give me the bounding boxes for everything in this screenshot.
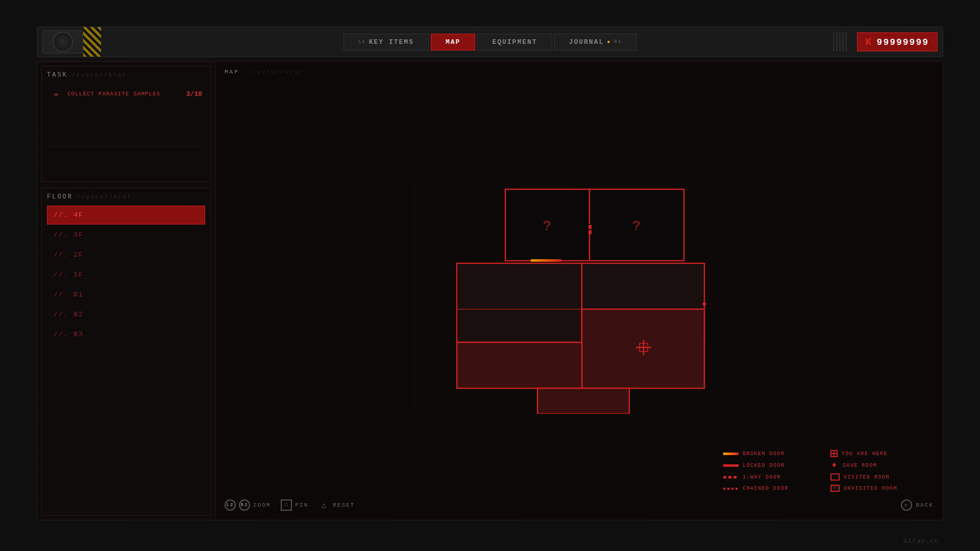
legend-broken-door-label: BROKEN DOOR <box>743 451 785 457</box>
legend-unvisited-room: ? UNVISITED ROOM <box>830 485 933 492</box>
task-item: ✏ COLLECT PARASITE SAMPLES 3/10 <box>47 84 205 105</box>
svg-rect-4 <box>589 225 592 229</box>
locked-door-icon <box>723 464 739 467</box>
you-are-here-icon <box>830 450 838 457</box>
speaker-icon <box>53 32 73 52</box>
svg-text:?: ? <box>632 218 641 234</box>
reset-label: RESET <box>333 502 355 508</box>
legend-locked-door-label: LOCKED DOOR <box>743 463 785 468</box>
one-way-door-icon <box>723 476 739 479</box>
legend-you-are-here: YOU ARE HERE <box>830 450 933 457</box>
tab-l1-indicator: L1 <box>358 39 366 44</box>
broken-door-icon <box>723 453 739 455</box>
watermark: airav.cc <box>903 537 939 545</box>
legend-chained-door-label: CHAINED DOOR <box>743 486 789 491</box>
main-content: TASK //yoro//bror. ✏ COLLECT PARASITE SA… <box>37 61 943 520</box>
map-subtitle: //yoro//urur. <box>248 69 308 75</box>
pin-label: PIN <box>295 502 308 508</box>
left-panel: TASK //yoro//bror. ✏ COLLECT PARASITE SA… <box>37 61 215 520</box>
task-empty-row <box>47 133 205 147</box>
back-circle-button[interactable]: ⊙ <box>901 499 912 511</box>
svg-rect-5 <box>589 230 592 234</box>
svg-rect-9 <box>457 263 582 342</box>
legend-chained-door: CHAINED DOOR <box>723 485 820 492</box>
svg-text:?: ? <box>543 218 551 234</box>
floor-section: FLOOR //yoro//bror. //. 4F //. 3F //. 2F… <box>41 188 211 516</box>
floor-label: FLOOR <box>47 193 73 201</box>
vent-slot <box>839 32 841 52</box>
floor-subtitle: //yoro//bror. <box>77 194 137 200</box>
chained-door-icon <box>723 488 739 490</box>
reset-control[interactable]: △ RESET <box>318 499 355 511</box>
map-container: ? ? ♦ <box>225 80 934 513</box>
svg-rect-8 <box>531 259 561 262</box>
floor-section-header: FLOOR //yoro//bror. <box>47 193 205 201</box>
floor-item-1f[interactable]: //. 1F <box>47 265 205 284</box>
floor-item-b1[interactable]: //. B1 <box>47 285 205 304</box>
task-progress: 3/10 <box>186 90 202 98</box>
floor-item-b3[interactable]: //. B3 <box>47 325 205 344</box>
task-section-header: TASK //yoro//bror. <box>47 71 205 79</box>
visited-room-icon <box>830 473 840 481</box>
floor-list: //. 4F //. 3F //. 2F //. 1F //. B1 //. B… <box>47 206 205 344</box>
task-empty-row <box>47 105 205 119</box>
task-empty-row <box>47 162 205 176</box>
svg-rect-16 <box>537 388 629 414</box>
tab-map-label: MAP <box>446 38 460 46</box>
l2-button[interactable]: L2 <box>225 499 236 511</box>
task-empty-row <box>47 147 205 162</box>
tab-equipment[interactable]: EQUIPMENT <box>477 34 552 51</box>
legend-one-way-door-label: 1-WAY DOOR <box>743 474 781 480</box>
tab-equipment-label: EQUIPMENT <box>492 38 537 46</box>
zoom-control[interactable]: L2 R2 ZOOM <box>225 499 271 511</box>
legend-visited-room: VISITED ROOM <box>830 473 933 481</box>
back-label: BACK <box>916 502 934 508</box>
legend-broken-door: BROKEN DOOR <box>723 450 820 457</box>
square-button[interactable]: □ <box>281 499 292 511</box>
vent-slot <box>845 32 847 52</box>
legend-one-way-door: 1-WAY DOOR <box>723 473 820 481</box>
map-label: MAP <box>225 69 239 75</box>
tab-journal[interactable]: JOURNAL ● R1 <box>554 34 636 51</box>
tab-map[interactable]: MAP <box>431 34 475 51</box>
vent-slots-right <box>829 27 851 57</box>
back-button[interactable]: ⊙ BACK <box>901 499 934 511</box>
pin-control[interactable]: □ PIN <box>281 499 308 511</box>
tab-key-items[interactable]: L1 KEY ITEMS <box>344 34 429 51</box>
task-empty-row <box>47 119 205 133</box>
tab-key-items-label: KEY ITEMS <box>369 38 414 46</box>
top-navigation-bar: L1 KEY ITEMS MAP EQUIPMENT JOURNAL ● R1 … <box>37 27 943 57</box>
currency-display: K 99999999 <box>857 33 938 52</box>
currency-value: 99999999 <box>877 37 929 47</box>
speaker-decoration <box>42 30 83 54</box>
floor-item-b2[interactable]: //. B2 <box>47 305 205 324</box>
tab-journal-label: JOURNAL <box>569 38 604 46</box>
map-svg: ? ? ♦ <box>411 179 748 414</box>
legend-save-room: ♦ SAVE ROOM <box>830 461 933 469</box>
warning-stripe-left <box>83 27 101 57</box>
map-panel: MAP //yoro//urur. ? ? <box>215 61 943 520</box>
floor-item-2f[interactable]: //. 2F <box>47 245 205 264</box>
legend-visited-room-label: VISITED ROOM <box>844 474 890 480</box>
bottom-controls: L2 R2 ZOOM □ PIN △ RESET <box>225 499 355 511</box>
map-header: MAP //yoro//urur. <box>225 69 934 75</box>
zoom-label: ZOOM <box>253 502 271 508</box>
vent-slot <box>833 32 835 52</box>
currency-icon: K <box>866 36 873 48</box>
floor-item-4f[interactable]: //. 4F <box>47 206 205 224</box>
unvisited-room-icon: ? <box>830 485 840 492</box>
floor-item-3f[interactable]: //. 3F <box>47 226 205 244</box>
legend-locked-door: LOCKED DOOR <box>723 461 820 469</box>
journal-dot-icon: ● <box>607 39 611 45</box>
svg-text:♦: ♦ <box>701 299 707 309</box>
triangle-button[interactable]: △ <box>318 499 330 511</box>
tab-r1-indicator: R1 <box>614 39 622 44</box>
legend-you-are-here-label: YOU ARE HERE <box>842 451 888 457</box>
task-subtitle: //yoro//bror. <box>72 72 132 78</box>
task-name: COLLECT PARASITE SAMPLES <box>67 91 181 97</box>
vent-slot <box>836 32 838 52</box>
vent-slot <box>842 32 844 52</box>
r2-button[interactable]: R2 <box>239 499 250 511</box>
task-pencil-icon: ✏ <box>50 88 62 100</box>
save-room-icon: ♦ <box>830 461 839 469</box>
